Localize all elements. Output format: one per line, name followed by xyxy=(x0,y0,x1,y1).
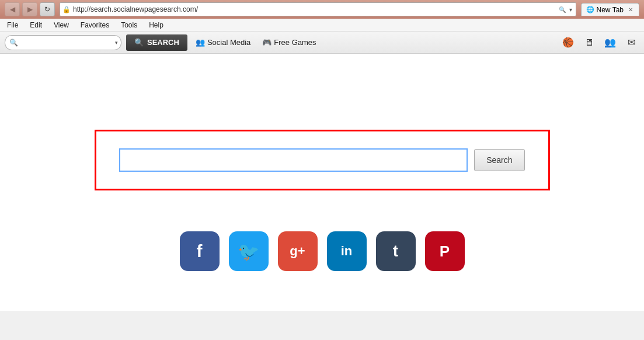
tab-label: New Tab xyxy=(597,6,624,14)
toolbar-search-label: SEARCH xyxy=(147,38,179,47)
toolbar-social-media-link[interactable]: 👥 Social Media xyxy=(192,37,254,48)
address-bar[interactable]: 🔒 http://search.socialnewpagesearch.com/… xyxy=(60,2,576,16)
address-search-icon[interactable]: 🔍 xyxy=(558,6,567,13)
main-search-input[interactable] xyxy=(120,149,468,171)
tab-close-button[interactable]: ✕ xyxy=(628,6,633,13)
menu-edit[interactable]: Edit xyxy=(27,20,44,30)
title-bar: ◀ ▶ ↻ 🔒 http://search.socialnewpagesearc… xyxy=(0,0,644,19)
menu-favorites[interactable]: Favorites xyxy=(78,20,112,30)
browser-frame: ◀ ▶ ↻ 🔒 http://search.socialnewpagesearc… xyxy=(0,0,644,340)
toolbar-monitor-icon[interactable]: 🖥 xyxy=(581,34,597,51)
social-icon-linkedin[interactable]: in xyxy=(327,231,367,271)
toolbar-search-button[interactable]: 🔍 SEARCH xyxy=(126,34,187,51)
tab-favicon: 🌐 xyxy=(586,6,594,13)
main-search-button[interactable]: Search xyxy=(474,149,524,171)
menu-tools[interactable]: Tools xyxy=(119,20,140,30)
toolbar-search-icon-inline: 🔍 xyxy=(134,38,144,47)
toolbar-free-games-icon: 🎮 xyxy=(262,38,271,47)
menu-file[interactable]: File xyxy=(5,20,20,30)
address-bar-controls: 🔍 ▾ xyxy=(558,6,573,13)
social-icon-pinterest[interactable]: P xyxy=(425,231,465,271)
toolbar-search-icon xyxy=(9,39,18,47)
social-icon-tumblr[interactable]: t xyxy=(376,231,416,271)
toolbar-search-input[interactable] xyxy=(5,35,121,50)
toolbar-free-games-link[interactable]: 🎮 Free Games xyxy=(259,37,319,48)
toolbar-search-wrap: ▾ xyxy=(5,35,121,50)
address-dropdown[interactable]: ▾ xyxy=(568,6,573,13)
menu-help[interactable]: Help xyxy=(147,20,166,30)
address-bar-text: http://search.socialnewpagesearch.com/ xyxy=(73,5,558,13)
toolbar-social-media-label: Social Media xyxy=(207,38,250,47)
toolbar: ▾ 🔍 SEARCH 👥 Social Media 🎮 Free Games 🏀… xyxy=(0,32,644,54)
back-button[interactable]: ◀ xyxy=(5,2,20,16)
toolbar-mail-icon[interactable]: ✉ xyxy=(623,34,639,51)
browser-tab[interactable]: 🌐 New Tab ✕ xyxy=(581,3,639,16)
page-content: Search f 🐦 g+ in t P xyxy=(0,54,644,311)
toolbar-free-games-label: Free Games xyxy=(274,38,316,47)
social-icon-twitter[interactable]: 🐦 xyxy=(229,231,269,271)
toolbar-social-media-icon: 👥 xyxy=(196,38,205,47)
forward-button[interactable]: ▶ xyxy=(22,2,37,16)
menu-view[interactable]: View xyxy=(51,20,71,30)
menu-bar: File Edit View Favorites Tools Help xyxy=(0,19,644,32)
toolbar-users-icon[interactable]: 👥 xyxy=(602,34,618,51)
social-icon-google-plus[interactable]: g+ xyxy=(278,231,318,271)
toolbar-basketball-icon[interactable]: 🏀 xyxy=(560,34,576,51)
social-icons-row: f 🐦 g+ in t P xyxy=(180,231,465,271)
toolbar-search-dropdown[interactable]: ▾ xyxy=(115,40,118,46)
social-icon-facebook[interactable]: f xyxy=(180,231,220,271)
refresh-button[interactable]: ↻ xyxy=(40,2,55,16)
address-bar-icon: 🔒 xyxy=(62,6,71,13)
main-search-area: Search xyxy=(95,130,550,190)
